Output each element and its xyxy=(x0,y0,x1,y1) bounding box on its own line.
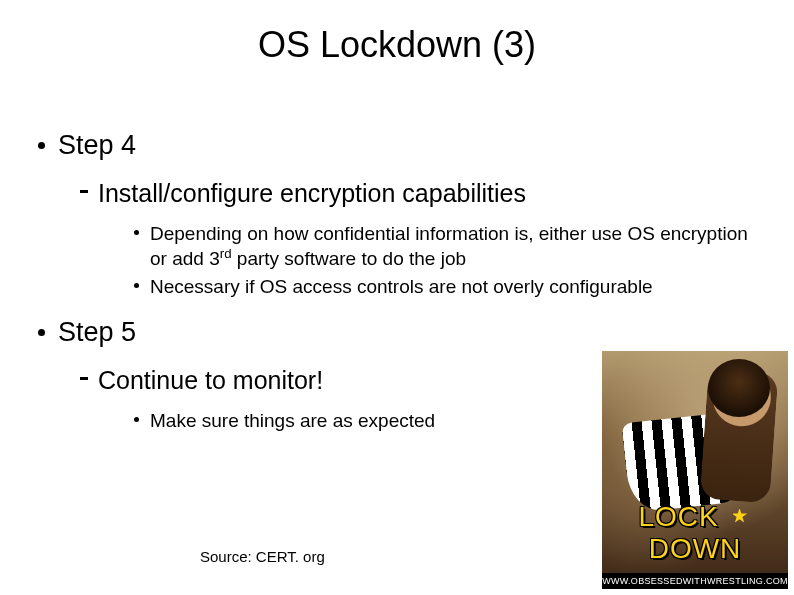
lock-text: LOCK xyxy=(638,501,718,532)
list-item: Depending on how confidential informatio… xyxy=(98,222,764,271)
list-item: Step 4 Install/configure encryption capa… xyxy=(30,130,764,299)
slide-title: OS Lockdown (3) xyxy=(0,24,794,66)
step-5-sub-label: Continue to monitor! xyxy=(98,366,323,394)
step-5-label: Step 5 xyxy=(58,317,136,347)
list-item: Necessary if OS access controls are not … xyxy=(98,275,764,299)
down-text: DOWN xyxy=(649,533,742,564)
wrestler-hair-graphic xyxy=(708,359,770,417)
step-4-sub-label: Install/configure encryption capabilitie… xyxy=(98,179,526,207)
list-item: Install/configure encryption capabilitie… xyxy=(58,179,764,299)
lockdown-image: LOCK DOWN WWW.OBSESSEDWITHWRESTLING.COM xyxy=(602,351,788,589)
detail-text: Necessary if OS access controls are not … xyxy=(150,276,653,297)
detail-text: Depending on how confidential informatio… xyxy=(150,223,748,269)
step-4-label: Step 4 xyxy=(58,130,136,160)
star-icon xyxy=(732,508,748,524)
lockdown-caption: LOCK DOWN xyxy=(602,501,788,565)
source-citation: Source: CERT. org xyxy=(200,548,325,565)
slide: OS Lockdown (3) Step 4 Install/configure… xyxy=(0,0,794,595)
image-watermark: WWW.OBSESSEDWITHWRESTLING.COM xyxy=(602,573,788,589)
detail-text: Make sure things are as expected xyxy=(150,410,435,431)
